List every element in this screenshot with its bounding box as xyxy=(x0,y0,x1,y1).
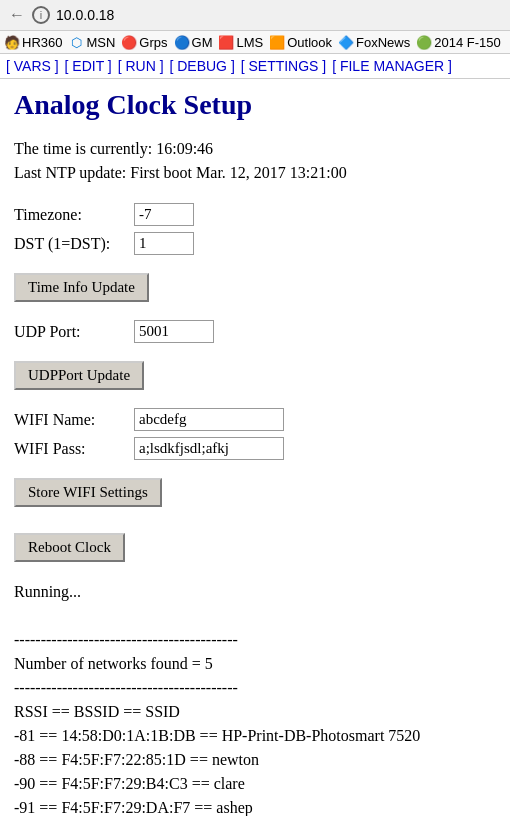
nav-menu: [ VARS ] [ EDIT ] [ RUN ] [ DEBUG ] [ SE… xyxy=(0,54,510,79)
bookmark-hr360[interactable]: 🧑 HR360 xyxy=(4,34,62,50)
bookmark-gm[interactable]: 🔵 GM xyxy=(174,34,213,50)
bookmark-grps-label: Grps xyxy=(139,35,167,50)
wifi-pass-row: WIFI Pass: xyxy=(14,437,496,460)
wifi-name-label: WIFI Name: xyxy=(14,411,134,429)
timezone-row: Timezone: xyxy=(14,203,496,226)
bookmark-hr360-label: HR360 xyxy=(22,35,62,50)
dst-input[interactable] xyxy=(134,232,194,255)
bookmarks-bar: 🧑 HR360 ⬡ MSN 🔴 Grps 🔵 GM 🟥 LMS 🟧 Outloo… xyxy=(0,31,510,54)
hr360-icon: 🧑 xyxy=(4,34,20,50)
bookmark-f150[interactable]: 🟢 2014 F-150 xyxy=(416,34,501,50)
gm-icon: 🔵 xyxy=(174,34,190,50)
udpport-update-button[interactable]: UDPPort Update xyxy=(14,361,144,390)
bookmark-gm-label: GM xyxy=(192,35,213,50)
time-update-section: Time Info Update xyxy=(14,265,496,310)
bookmark-outlook[interactable]: 🟧 Outlook xyxy=(269,34,332,50)
wifi-pass-input[interactable] xyxy=(134,437,284,460)
udp-port-row: UDP Port: xyxy=(14,320,496,343)
nav-file-manager[interactable]: [ FILE MANAGER ] xyxy=(332,58,452,74)
udp-port-label: UDP Port: xyxy=(14,323,134,341)
time-info: The time is currently: 16:09:46 Last NTP… xyxy=(14,137,496,185)
reboot-button[interactable]: Reboot Clock xyxy=(14,533,125,562)
foxnews-icon: 🔷 xyxy=(338,34,354,50)
outlook-icon: 🟧 xyxy=(269,34,285,50)
url-display[interactable]: 10.0.0.18 xyxy=(56,7,114,23)
bookmark-lms-label: LMS xyxy=(236,35,263,50)
bookmark-msn-label: MSN xyxy=(86,35,115,50)
nav-debug[interactable]: [ DEBUG ] xyxy=(169,58,234,74)
dst-row: DST (1=DST): xyxy=(14,232,496,255)
store-wifi-section: Store WIFI Settings xyxy=(14,470,496,515)
msn-icon: ⬡ xyxy=(68,34,84,50)
wifi-name-input[interactable] xyxy=(134,408,284,431)
main-content: Analog Clock Setup The time is currently… xyxy=(0,79,510,816)
output-text: Running... -----------------------------… xyxy=(14,580,496,816)
bookmark-grps[interactable]: 🔴 Grps xyxy=(121,34,167,50)
timezone-input[interactable] xyxy=(134,203,194,226)
timezone-label: Timezone: xyxy=(14,206,134,224)
page-title: Analog Clock Setup xyxy=(14,89,496,121)
reboot-section: Reboot Clock xyxy=(14,525,496,570)
wifi-name-row: WIFI Name: xyxy=(14,408,496,431)
time-update-button[interactable]: Time Info Update xyxy=(14,273,149,302)
udp-update-section: UDPPort Update xyxy=(14,353,496,398)
bookmark-foxnews[interactable]: 🔷 FoxNews xyxy=(338,34,410,50)
ntp-update-line: Last NTP update: First boot Mar. 12, 201… xyxy=(14,161,496,185)
nav-run[interactable]: [ RUN ] xyxy=(118,58,164,74)
udp-port-input[interactable] xyxy=(134,320,214,343)
current-time-line: The time is currently: 16:09:46 xyxy=(14,137,496,161)
nav-settings[interactable]: [ SETTINGS ] xyxy=(241,58,327,74)
address-bar: ← i 10.0.0.18 xyxy=(0,0,510,31)
dst-label: DST (1=DST): xyxy=(14,235,134,253)
bookmark-outlook-label: Outlook xyxy=(287,35,332,50)
bookmark-foxnews-label: FoxNews xyxy=(356,35,410,50)
info-icon: i xyxy=(32,6,50,24)
back-button[interactable]: ← xyxy=(6,4,28,26)
f150-icon: 🟢 xyxy=(416,34,432,50)
bookmark-lms[interactable]: 🟥 LMS xyxy=(218,34,263,50)
lms-icon: 🟥 xyxy=(218,34,234,50)
grps-icon: 🔴 xyxy=(121,34,137,50)
bookmark-msn[interactable]: ⬡ MSN xyxy=(68,34,115,50)
bookmark-f150-label: 2014 F-150 xyxy=(434,35,501,50)
wifi-pass-label: WIFI Pass: xyxy=(14,440,134,458)
store-wifi-button[interactable]: Store WIFI Settings xyxy=(14,478,162,507)
nav-vars[interactable]: [ VARS ] xyxy=(6,58,59,74)
nav-edit[interactable]: [ EDIT ] xyxy=(65,58,112,74)
